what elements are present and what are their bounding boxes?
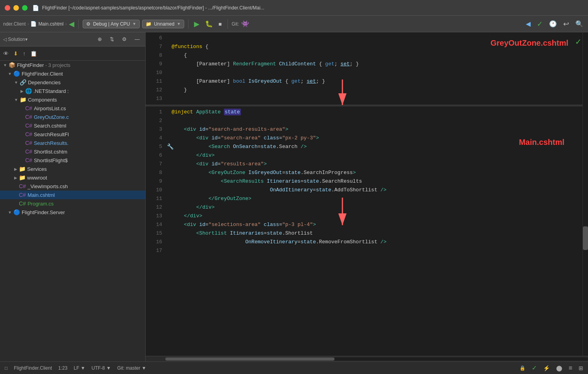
code-line-12: } <box>165 86 588 94</box>
statusbar-git[interactable]: Git: master ▼ <box>117 365 146 371</box>
code-line-13 <box>165 94 588 103</box>
status-panel-icon[interactable]: □ <box>5 365 7 371</box>
tree-item-airportslist[interactable]: ▶ C# AirportsList.cs <box>0 104 145 113</box>
tree-item-wwwroot[interactable]: ▶ 📁 wwwroot <box>0 173 145 182</box>
tree-item-server[interactable]: ▼ 🔵 FlightFinder.Server <box>0 208 145 217</box>
tree-item-searchresultfl[interactable]: ▶ C# SearchResultFl <box>0 130 145 139</box>
tree-item-viewimports[interactable]: ▶ C# _ViewImports.csh <box>0 182 145 191</box>
tree-item-netstandard[interactable]: ▶ 🌐 .NETStandard : <box>0 87 145 95</box>
nav-back-icon[interactable]: ◀ <box>69 20 74 28</box>
tree-label-shortlistflights: ShortlistFlight$ <box>34 157 68 163</box>
code-line-7: @functions { <box>165 43 588 51</box>
toolbar-sep3 <box>227 19 228 29</box>
tree-item-shortlist[interactable]: ▶ C# Shortlist.cshtm <box>0 147 145 156</box>
main-layout: ◁ Solution▾ ⊕ ⇅ ⚙ — 👁 ⬇ ↑ 📋 ▼ 📦 FlightFi… <box>0 32 588 361</box>
tree-label-program: Program.cs <box>28 201 54 207</box>
tree-label-searchresults: SearchResults. <box>34 140 68 146</box>
eye-icon[interactable]: 👁 <box>3 50 9 57</box>
sort-icon[interactable]: ⇅ <box>107 35 116 43</box>
debug-label: Debug | Any CPU <box>93 21 130 27</box>
code-line-17-main <box>165 246 588 255</box>
breadcrumb-sep1: › <box>27 21 29 27</box>
tree-item-client[interactable]: ▼ 🔵 FlightFinder.Client <box>0 69 145 78</box>
tree-label-netstandard: .NETStandard : <box>33 88 69 94</box>
traffic-lights <box>5 5 28 11</box>
statusbar-power-icon: ⚡ <box>543 365 550 371</box>
tree-item-components[interactable]: ▼ 📁 Components <box>0 95 145 104</box>
add-icon[interactable]: ⊕ <box>95 35 104 43</box>
toolbar-right: ◀ ✓ 🕐 ↩ 🔍 <box>524 18 585 30</box>
tree-label-viewimports: _ViewImports.csh <box>28 183 68 189</box>
unnamed-label: Unnamed <box>154 21 174 27</box>
code-line-5-main: <Search OnSearch=state.Search /> <box>165 143 588 151</box>
h-scrollbar-thumb[interactable] <box>165 357 335 361</box>
tree-label-shortlist: Shortlist.cshtm <box>34 149 67 155</box>
code-container: 6 7 8 9 10 11 12 13 @functions { { <box>146 32 588 356</box>
run-button[interactable]: ▶ <box>192 18 201 30</box>
upload-icon[interactable]: ↑ <box>23 50 26 57</box>
statusbar-lock-icon: 🔒 <box>520 365 525 371</box>
stop-button[interactable]: ■ <box>217 19 223 29</box>
statusbar-encoding[interactable]: UTF-8 ▼ <box>92 365 111 371</box>
close-icon[interactable]: — <box>132 35 142 43</box>
sidebar: ◁ Solution▾ ⊕ ⇅ ⚙ — 👁 ⬇ ↑ 📋 ▼ 📦 FlightFi… <box>0 32 146 361</box>
tree-item-flightfinder-root[interactable]: ▼ 📦 FlightFinder · 3 projects <box>0 61 145 69</box>
breadcrumb-sep2: › <box>65 21 67 27</box>
arrow-left-icon[interactable]: ◀ <box>524 19 532 29</box>
tree-label-greyoutzone: GreyOutZone.c <box>34 114 69 120</box>
tree-item-dependencies[interactable]: ▼ 🔗 Dependencies <box>0 78 145 87</box>
tree-item-searchresults[interactable]: ▶ C# SearchResults. <box>0 139 145 147</box>
breadcrumb-file: Main.cshtml <box>38 21 63 27</box>
code-line-7-main: <div id="results-area"> <box>165 160 588 168</box>
git-icon: 👾 <box>241 20 249 28</box>
history-icon[interactable]: 🕐 <box>547 19 558 29</box>
line-numbers-1: 6 7 8 9 10 11 12 13 <box>146 32 165 105</box>
tree-item-services[interactable]: ▶ 📁 Services <box>0 165 145 173</box>
code-line-14-main: <div id="selections-area" class="p-3 pl-… <box>165 220 588 229</box>
code-line-6-main: </div> <box>165 151 588 160</box>
tree-item-search[interactable]: ▶ C# Search.cshtml <box>0 121 145 130</box>
checkmark-icon[interactable]: ✓ <box>535 18 544 30</box>
code-section-main: 1 2 3 4 5 6 7 8 9 10 11 12 13 14 <box>146 106 588 356</box>
tree-item-greyoutzone[interactable]: ▶ C# GreyOutZone.c <box>0 113 145 121</box>
download-icon[interactable]: ⬇ <box>13 50 18 57</box>
statusbar-grid-icon: ⊞ <box>579 365 583 371</box>
debug-button[interactable]: 🐛 <box>203 19 214 29</box>
close-button[interactable] <box>5 5 10 11</box>
code-line-9-main: <SearchResults Itineraries=state.SearchR… <box>165 177 588 186</box>
tree-item-program[interactable]: ▶ C# Program.cs <box>0 199 145 208</box>
tree-label-services: Services <box>27 166 47 172</box>
statusbar-lineending[interactable]: LF ▼ <box>74 365 85 371</box>
search-icon[interactable]: 🔍 <box>574 19 585 29</box>
code-line-2-main <box>165 117 588 125</box>
statusbar-check-icon: ✓ <box>532 364 537 372</box>
undo-icon[interactable]: ↩ <box>562 18 571 30</box>
debug-dropdown[interactable]: ⚙ Debug | Any CPU ▼ <box>83 20 140 28</box>
unnamed-dropdown[interactable]: 📁 Unnamed ▼ <box>142 20 184 28</box>
settings-icon[interactable]: ⚙ <box>120 35 129 43</box>
code-line-9: [Parameter] RenderFragment ChildContent … <box>165 60 588 69</box>
toolbar-sep1 <box>78 19 79 29</box>
tree-item-shortlistflights[interactable]: ▶ C# ShortlistFlight$ <box>0 156 145 165</box>
tree-label-flightfinder: FlightFinder · 3 projects <box>17 62 70 68</box>
code-lines-2[interactable]: @inject AppState state <div id="search-a… <box>165 106 588 356</box>
statusbar-right: 🔒 ✓ ⚡ ⬤ ≡ ⊞ <box>520 364 583 372</box>
tree-label-client: FlightFinder.Client <box>22 71 63 77</box>
solution-dropdown[interactable]: ◁ Solution▾ <box>3 37 28 42</box>
section-divider <box>146 105 588 106</box>
horizontal-scrollbar[interactable] <box>146 356 588 361</box>
clipboard-icon[interactable]: 📋 <box>30 50 37 57</box>
statusbar-appname: FlightFinder.Client <box>14 365 52 371</box>
window-title: FlightFinder [~/code/aspnet-samples/samp… <box>42 5 264 11</box>
minimize-button[interactable] <box>13 5 19 11</box>
code-lines-1[interactable]: @functions { { [Parameter] RenderFragmen… <box>165 32 588 105</box>
maximize-button[interactable] <box>22 5 28 11</box>
tree-item-main-cshtml[interactable]: ▶ C# Main.cshtml <box>0 191 145 199</box>
code-line-12-main: </div> <box>165 203 588 212</box>
statusbar-position: 1:23 <box>58 365 67 371</box>
code-line-16-main: OnRemoveItinerary=state.RemoveFromShortl… <box>165 238 588 246</box>
statusbar: □ FlightFinder.Client 1:23 LF ▼ UTF-8 ▼ … <box>0 361 588 374</box>
git-label: Git: <box>232 21 239 27</box>
toolbar-sep2 <box>188 19 189 29</box>
breadcrumb-client: nder.Client <box>3 21 26 27</box>
